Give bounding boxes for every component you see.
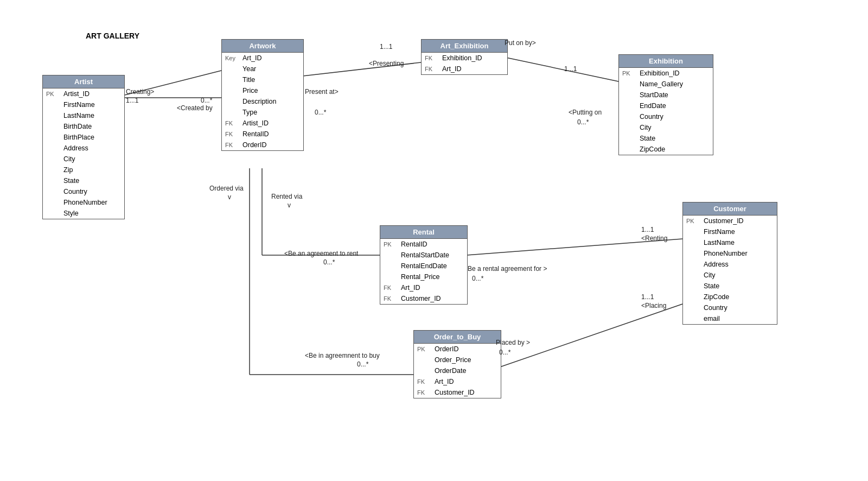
table-row: Zip	[43, 164, 124, 175]
zero-star-2-label: 0...*	[315, 109, 326, 116]
field-name: Customer_ID	[704, 217, 744, 225]
table-row: FKArtist_ID	[222, 118, 303, 129]
field-name: LastName	[704, 239, 735, 246]
svg-line-2	[503, 57, 618, 81]
field-name: Rental_Price	[401, 273, 440, 281]
art-exhibition-table: Art_Exhibition FKExhibition_IDFKArt_ID	[421, 39, 508, 75]
field-name: Style	[63, 210, 79, 217]
table-row: City	[619, 122, 713, 133]
table-row: FKOrderID	[222, 140, 303, 150]
field-name: Artist_ID	[63, 90, 90, 98]
table-row: Style	[43, 208, 124, 219]
key-label: FK	[384, 295, 399, 302]
field-name: LastName	[63, 112, 94, 119]
table-row: State	[43, 175, 124, 186]
field-name: OrderID	[242, 141, 266, 149]
table-row: Address	[683, 259, 777, 270]
table-row: PKOrderID	[414, 344, 501, 355]
table-row: FKArt_ID	[380, 282, 467, 293]
field-name: FirstName	[704, 228, 735, 236]
renting-label: <Renting	[641, 235, 667, 242]
rental-table: Rental PKRentalIDRentalStartDateRentalEn…	[380, 225, 468, 305]
table-row: PhoneNumber	[43, 197, 124, 208]
table-row: City	[683, 270, 777, 281]
table-row: FKExhibition_ID	[422, 53, 507, 64]
rental-table-header: Rental	[380, 226, 467, 239]
svg-line-9	[494, 304, 682, 369]
exhibition-table: Exhibition PKExhibition_IDName_GallerySt…	[618, 54, 713, 155]
key-label: FK	[425, 55, 440, 61]
field-name: Customer_ID	[435, 389, 475, 396]
field-name: Title	[242, 76, 255, 84]
table-row: ZipCode	[683, 292, 777, 302]
exhibition-table-body: PKExhibition_IDName_GalleryStartDateEndD…	[619, 68, 713, 155]
artwork-table: Artwork KeyArt_IDYearTitlePriceDescripti…	[221, 39, 304, 151]
key-label: FK	[417, 378, 432, 385]
artwork-table-header: Artwork	[222, 40, 303, 53]
exhibition-table-header: Exhibition	[619, 55, 713, 68]
rental-table-body: PKRentalIDRentalStartDateRentalEndDateRe…	[380, 239, 467, 304]
table-row: Country	[619, 111, 713, 122]
field-name: FirstName	[63, 101, 95, 109]
be-rental-agreement-label: Be a rental agreement for >	[468, 265, 547, 273]
field-name: OrderID	[435, 345, 458, 353]
key-label: PK	[417, 346, 432, 352]
zero-star-4-label: 0...*	[323, 258, 335, 266]
table-row: RentalEndDate	[380, 261, 467, 271]
table-row: FirstName	[43, 99, 124, 110]
table-row: ZipCode	[619, 144, 713, 155]
placing-label: <Placing	[641, 302, 666, 309]
field-name: City	[63, 155, 75, 163]
table-row: StartDate	[619, 90, 713, 100]
one-one-2-label: 1...1	[380, 43, 392, 50]
field-name: State	[63, 177, 79, 185]
key-label: Key	[225, 55, 240, 61]
field-name: BirthDate	[63, 123, 92, 130]
artist-table: Artist PKArtist_IDFirstNameLastNameBirth…	[42, 75, 125, 219]
field-name: State	[640, 135, 655, 142]
artist-table-header: Artist	[43, 75, 124, 88]
field-name: ZipCode	[704, 293, 729, 301]
field-name: OrderDate	[435, 367, 466, 375]
field-name: City	[704, 271, 716, 279]
table-row: email	[683, 313, 777, 324]
field-name: Country	[704, 304, 727, 312]
zero-star-6-label: 0...*	[357, 360, 368, 368]
artwork-table-body: KeyArt_IDYearTitlePriceDescriptionTypeFK…	[222, 53, 303, 150]
field-name: RentalID	[242, 130, 269, 138]
field-name: State	[704, 282, 719, 290]
rented-via-arrow: v	[288, 201, 291, 209]
art-exhibition-table-body: FKExhibition_IDFKArt_ID	[422, 53, 507, 74]
table-row: Title	[222, 74, 303, 85]
ordered-via-arrow: v	[228, 193, 231, 201]
field-name: Art_ID	[242, 54, 261, 62]
key-label: FK	[225, 120, 240, 126]
rented-via-label: Rented via	[271, 193, 302, 200]
zero-star-1-label: 0...*	[201, 97, 212, 104]
field-name: Country	[63, 188, 87, 195]
field-name: Zip	[63, 166, 73, 174]
table-row: Address	[43, 143, 124, 154]
diagram-title: ART GALLERY	[86, 31, 139, 40]
field-name: Artist_ID	[242, 119, 269, 127]
field-name: Order_Price	[435, 356, 471, 364]
table-row: FirstName	[683, 226, 777, 237]
field-name: Address	[704, 261, 729, 268]
be-agreement-buy-label: <Be in agreemnent to buy	[305, 352, 380, 359]
put-on-by-label: Put on by>	[505, 39, 536, 47]
zero-star-3-label: 0...*	[577, 118, 589, 126]
table-row: PKArtist_ID	[43, 88, 124, 99]
artist-table-body: PKArtist_IDFirstNameLastNameBirthDateBir…	[43, 88, 124, 219]
zero-star-5-label: 0...*	[472, 275, 483, 282]
table-row: LastName	[683, 237, 777, 248]
creating-label: Creating>	[126, 88, 154, 96]
key-label: FK	[384, 284, 399, 291]
ordered-via-label: Ordered via	[209, 185, 244, 192]
table-row: FKRentalID	[222, 129, 303, 140]
present-at-label: Present at>	[305, 88, 339, 96]
field-name: RentalID	[401, 240, 427, 248]
order-to-buy-table-header: Order_to_Buy	[414, 331, 501, 344]
field-name: BirthPlace	[63, 134, 94, 141]
table-row: PKExhibition_ID	[619, 68, 713, 79]
field-name: Exhibition_ID	[442, 54, 482, 62]
